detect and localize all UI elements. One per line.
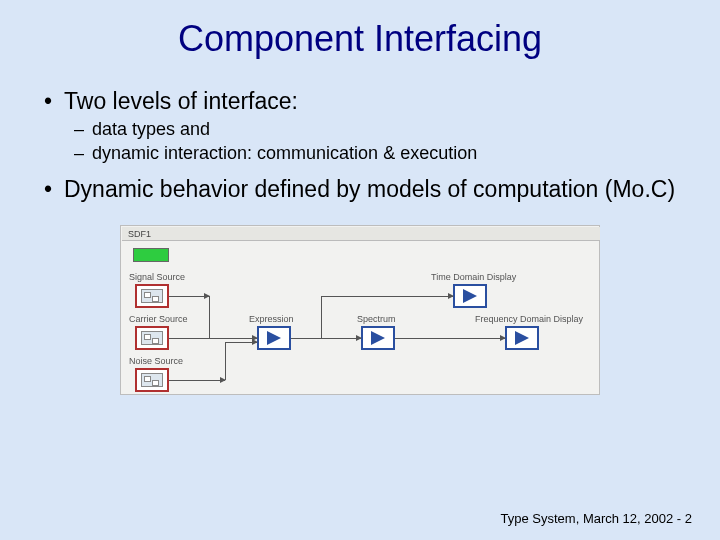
wire	[209, 296, 210, 338]
label-freq-display: Frequency Domain Display	[475, 314, 583, 324]
label-time-display: Time Domain Display	[431, 272, 516, 282]
bullet-list: Two levels of interface: data types and …	[40, 88, 680, 203]
wire	[169, 380, 225, 381]
block-noise-source	[135, 368, 169, 392]
wire	[321, 296, 322, 338]
label-noise-source: Noise Source	[129, 356, 183, 366]
label-carrier-source: Carrier Source	[129, 314, 188, 324]
bullet-2: Dynamic behavior defined by models of co…	[40, 176, 680, 203]
block-expression	[257, 326, 291, 350]
label-expression: Expression	[249, 314, 294, 324]
block-time-display	[453, 284, 487, 308]
triangle-icon	[515, 331, 529, 345]
block-signal-source	[135, 284, 169, 308]
triangle-icon	[371, 331, 385, 345]
bullet-1: Two levels of interface: data types and …	[40, 88, 680, 166]
slide-title: Component Interfacing	[40, 18, 680, 60]
green-config-box	[133, 248, 169, 262]
bullet-1-text: Two levels of interface:	[64, 88, 298, 114]
block-spectrum	[361, 326, 395, 350]
triangle-icon	[463, 289, 477, 303]
slide-footer: Type System, March 12, 2002 - 2	[501, 511, 692, 526]
wire	[225, 342, 257, 343]
label-signal-source: Signal Source	[129, 272, 185, 282]
pane-icon	[141, 373, 163, 387]
wire	[225, 342, 226, 380]
wire	[169, 296, 209, 297]
pane-icon	[141, 331, 163, 345]
pane-icon	[141, 289, 163, 303]
triangle-icon	[267, 331, 281, 345]
sublist-1: data types and dynamic interaction: comm…	[64, 117, 680, 166]
wire	[169, 338, 257, 339]
wire	[395, 338, 505, 339]
sub-1b: dynamic interaction: communication & exe…	[64, 141, 680, 165]
block-carrier-source	[135, 326, 169, 350]
diagram: SDF1 Signal Source Carrier Source Noise …	[120, 225, 600, 395]
label-spectrum: Spectrum	[357, 314, 396, 324]
diagram-toolbar: SDF1	[122, 227, 600, 241]
wire	[291, 338, 361, 339]
block-freq-display	[505, 326, 539, 350]
wire	[321, 296, 453, 297]
sub-1a: data types and	[64, 117, 680, 141]
